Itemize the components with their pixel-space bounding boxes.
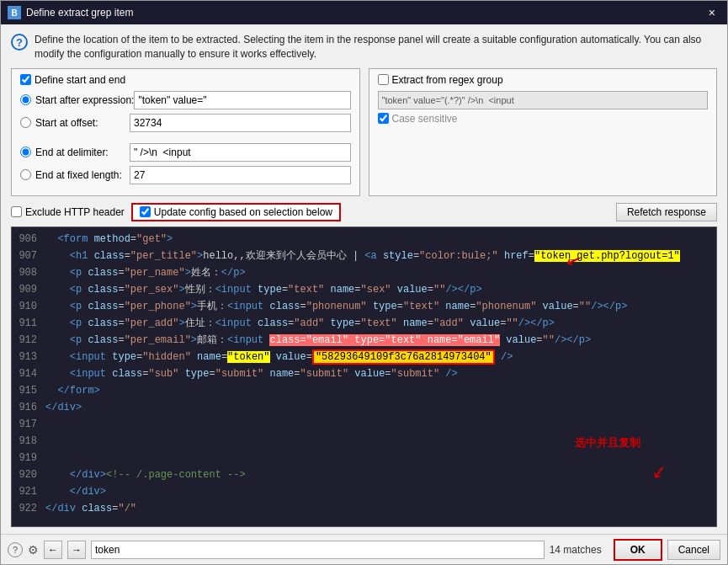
- main-window: B Define extract grep item × ? Define th…: [0, 0, 728, 565]
- table-row: 919: [12, 450, 716, 466]
- end-fixed-label[interactable]: End at fixed length:: [20, 169, 130, 181]
- regex-group-panel: Extract from regex group Case sensitive: [369, 68, 718, 196]
- table-row: 908 <p class="per_name">姓名：</p>: [12, 264, 716, 281]
- window-title: Define extract grep item: [26, 7, 704, 19]
- start-after-input[interactable]: [134, 91, 350, 109]
- table-row: 915 </form>: [12, 382, 716, 399]
- info-icon: ?: [11, 34, 28, 51]
- code-content[interactable]: 906 <form method="get"> 907 <h1 class="p…: [12, 227, 716, 526]
- start-after-radio[interactable]: [20, 94, 31, 105]
- code-area: 906 <form method="get"> 907 <h1 class="p…: [11, 227, 717, 527]
- start-at-label[interactable]: Start at offset:: [20, 117, 130, 129]
- end-delimiter-label[interactable]: End at delimiter:: [20, 147, 130, 158]
- table-row: 920 </div><!-- /.page-content -->: [12, 466, 716, 483]
- table-row: 906 <form method="get">: [12, 231, 716, 248]
- regex-group-checkbox[interactable]: [378, 74, 389, 85]
- left-panel-title: Define start and end: [20, 74, 351, 86]
- bottom-bar: ? ⚙ ← → 14 matches OK Cancel: [1, 534, 727, 564]
- update-config-label[interactable]: Update config based on selection below: [131, 203, 341, 221]
- exclude-http-checkbox[interactable]: [11, 206, 22, 217]
- table-row: 912 <p class="per_email">邮箱：<input class…: [12, 332, 716, 349]
- info-row: ? Define the location of the item to be …: [11, 33, 717, 61]
- cancel-button[interactable]: Cancel: [667, 540, 720, 560]
- panels-row: Define start and end Start after express…: [11, 68, 717, 196]
- start-at-input[interactable]: [130, 114, 351, 132]
- code-area-wrapper: 906 <form method="get"> 907 <h1 class="p…: [11, 227, 717, 527]
- options-bar: Exclude HTTP header Update config based …: [11, 203, 717, 221]
- end-delimiter-input[interactable]: [130, 143, 351, 162]
- exclude-http-label[interactable]: Exclude HTTP header: [11, 206, 125, 218]
- end-delimiter-row: End at delimiter:: [20, 143, 351, 162]
- search-input[interactable]: [91, 541, 545, 559]
- end-fixed-radio[interactable]: [20, 169, 31, 180]
- start-at-row: Start at offset:: [20, 114, 351, 132]
- right-panel-title: Extract from regex group: [378, 74, 709, 86]
- table-row: 910 <p class="per_phone">手机：<input class…: [12, 298, 716, 315]
- table-row: 911 <p class="per_add">住址：<input class="…: [12, 315, 716, 332]
- table-row: 914 <input class="sub" type="submit" nam…: [12, 365, 716, 382]
- gear-button[interactable]: ⚙: [28, 543, 39, 557]
- update-config-checkbox[interactable]: [140, 206, 151, 217]
- table-row: 922 </div class="/": [12, 500, 716, 517]
- next-button[interactable]: →: [67, 541, 86, 559]
- case-sensitive-checkbox[interactable]: [378, 113, 389, 124]
- table-row: 918: [12, 433, 716, 450]
- table-row: 917: [12, 416, 716, 433]
- match-count: 14 matches: [550, 544, 608, 556]
- ok-button[interactable]: OK: [614, 539, 662, 561]
- start-after-row: Start after expression:: [20, 91, 351, 109]
- app-icon: B: [8, 6, 21, 19]
- table-row: 913 <input type="hidden" name="token" va…: [12, 349, 716, 365]
- regex-input[interactable]: [378, 91, 709, 109]
- close-button[interactable]: ×: [704, 4, 720, 21]
- end-fixed-input[interactable]: [130, 166, 351, 184]
- define-start-end-checkbox[interactable]: [20, 74, 31, 85]
- case-sensitive-row: Case sensitive: [378, 113, 709, 125]
- prev-button[interactable]: ←: [44, 541, 62, 559]
- start-after-label[interactable]: Start after expression:: [20, 94, 134, 106]
- table-row: 909 <p class="per_sex">性别：<input type="t…: [12, 281, 716, 298]
- table-row: 907 <h1 class="per_title">hello,,欢迎来到个人会…: [12, 248, 716, 264]
- info-text: Define the location of the item to be ex…: [35, 33, 717, 61]
- end-delimiter-radio[interactable]: [20, 147, 31, 157]
- start-at-radio[interactable]: [20, 117, 31, 128]
- help-button[interactable]: ?: [8, 542, 23, 557]
- define-start-end-panel: Define start and end Start after express…: [11, 68, 360, 196]
- end-fixed-row: End at fixed length:: [20, 166, 351, 184]
- table-row: 921 </div>: [12, 483, 716, 500]
- table-row: 916 </div>: [12, 399, 716, 416]
- refetch-button[interactable]: Refetch response: [616, 203, 717, 221]
- title-bar: B Define extract grep item ×: [1, 1, 727, 24]
- dialog-body: ? Define the location of the item to be …: [1, 24, 727, 534]
